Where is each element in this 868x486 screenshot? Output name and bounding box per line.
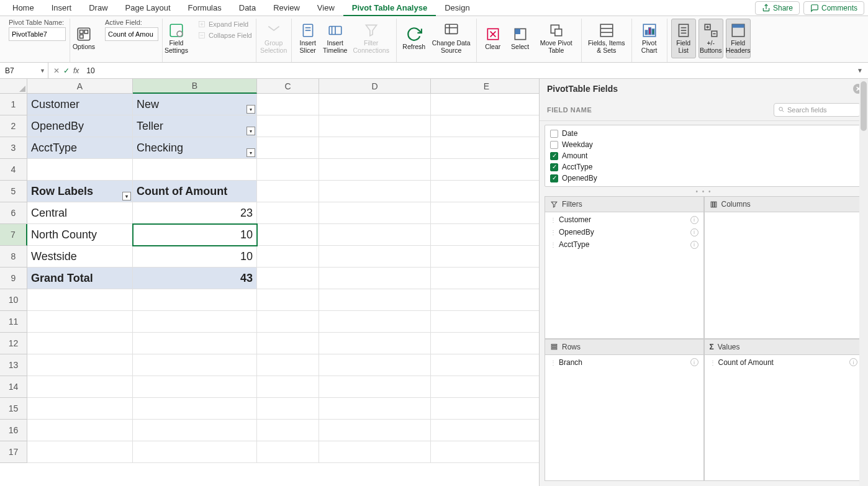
pivot-chart-button[interactable]: Pivot Chart [636,19,663,58]
cell-B17[interactable] [133,441,257,463]
row-header-14[interactable]: 14 [0,376,27,398]
items-sets-button[interactable]: Fields, Items & Sets [585,19,628,58]
cell-D13[interactable] [319,354,431,376]
field-amount[interactable]: Amount [545,150,862,161]
cell-A4[interactable] [27,159,133,181]
cell-A16[interactable] [27,420,133,441]
change-ds-button[interactable]: Change Data Source [430,19,472,58]
cell-E10[interactable] [431,289,539,311]
select-all-corner[interactable] [0,79,27,94]
cell-C15[interactable] [257,398,319,420]
info-icon[interactable]: i [690,241,698,249]
enter-formula-icon[interactable]: ✓ [63,66,70,75]
row-header-9[interactable]: 9 [0,268,27,289]
info-icon[interactable]: i [849,358,857,366]
col-header-C[interactable]: C [257,79,319,94]
col-header-B[interactable]: B [133,79,257,94]
expand-formula-bar-icon[interactable]: ▼ [852,67,868,74]
area-item-accttype[interactable]: ⋮AcctTypei [545,238,703,251]
spreadsheet[interactable]: ABCDE 1234567891011121314151617 Customer… [0,79,539,486]
cell-B9[interactable]: 43 [133,268,257,289]
insert-slicer-button[interactable]: Insert Slicer [296,19,320,58]
cell-E7[interactable] [431,224,539,246]
cell-B8[interactable]: 10 [133,246,257,268]
row-header-4[interactable]: 4 [0,159,27,181]
cell-D8[interactable] [319,246,431,268]
field-checkbox[interactable] [550,174,558,182]
col-header-D[interactable]: D [319,79,431,94]
cancel-formula-icon[interactable]: ✕ [53,66,60,75]
cell-C14[interactable] [257,376,319,398]
cell-E4[interactable] [431,159,539,181]
cell-C7[interactable] [257,224,319,246]
ribbon-tab-insert[interactable]: Insert [43,1,81,15]
formula-input[interactable]: 10 [84,66,852,75]
col-header-E[interactable]: E [431,79,539,94]
field-checkbox[interactable] [550,163,558,171]
cell-D12[interactable] [319,333,431,354]
col-header-A[interactable]: A [27,79,133,94]
cell-B15[interactable] [133,398,257,420]
pane-resize-grip[interactable]: • • • [540,187,868,196]
cell-E11[interactable] [431,311,539,333]
ribbon-tab-data[interactable]: Data [230,1,264,15]
row-header-5[interactable]: 5 [0,181,27,202]
cell-B13[interactable] [133,354,257,376]
row-header-15[interactable]: 15 [0,398,27,420]
cell-B14[interactable] [133,376,257,398]
cell-B16[interactable] [133,420,257,441]
cell-D14[interactable] [319,376,431,398]
cell-C17[interactable] [257,441,319,463]
cell-D9[interactable] [319,268,431,289]
filter-dropdown-icon[interactable]: ▾ [122,192,131,200]
cell-A1[interactable]: Customer [27,94,133,115]
cell-D10[interactable] [319,289,431,311]
select-button[interactable]: Select [508,19,533,58]
info-icon[interactable]: i [690,216,698,224]
filter-dropdown-icon[interactable]: ▾ [246,148,255,157]
pm-buttons-button[interactable]: +/- Buttons [698,19,723,58]
cell-B5[interactable]: Count of Amount [133,181,257,202]
cell-E13[interactable] [431,354,539,376]
cell-E9[interactable] [431,268,539,289]
cell-B12[interactable] [133,333,257,354]
area-item-count-of-amount[interactable]: ⋮Count of Amounti [705,356,863,369]
fx-icon[interactable]: fx [73,66,79,75]
cell-B11[interactable] [133,311,257,333]
row-header-1[interactable]: 1 [0,94,27,115]
share-button[interactable]: Share [755,1,800,15]
row-header-12[interactable]: 12 [0,333,27,354]
cell-D17[interactable] [319,441,431,463]
field-headers-button[interactable]: Field Headers [726,19,751,58]
cell-E16[interactable] [431,420,539,441]
filter-connections-button[interactable]: Filter Connections [350,19,392,58]
cell-B3[interactable]: Checking▾ [133,137,257,159]
cell-E3[interactable] [431,137,539,159]
values-area[interactable]: ΣValues ⋮Count of Amounti [704,339,864,482]
field-checkbox[interactable] [550,141,558,149]
row-header-7[interactable]: 7 [0,224,27,246]
cell-C4[interactable] [257,159,319,181]
field-settings-button[interactable]: Field Settings [163,19,190,58]
cell-A14[interactable] [27,376,133,398]
cell-D2[interactable] [319,115,431,137]
ribbon-tab-design[interactable]: Design [436,1,478,15]
pane-scrollbar[interactable] [859,79,868,486]
cell-E17[interactable] [431,441,539,463]
cell-A15[interactable] [27,398,133,420]
cell-E12[interactable] [431,333,539,354]
area-item-customer[interactable]: ⋮Customeri [545,214,703,226]
cell-C8[interactable] [257,246,319,268]
cell-E5[interactable] [431,181,539,202]
expand-field-button[interactable]: Expand Field [197,19,252,30]
cell-A9[interactable]: Grand Total [27,268,133,289]
cell-A10[interactable] [27,289,133,311]
cell-C9[interactable] [257,268,319,289]
collapse-field-button[interactable]: Collapse Field [197,30,252,41]
cell-C6[interactable] [257,202,319,224]
refresh-button[interactable]: Refresh [400,19,428,58]
cell-E1[interactable] [431,94,539,115]
ribbon-tab-home[interactable]: Home [4,1,43,15]
cell-E14[interactable] [431,376,539,398]
move-pt-button[interactable]: Move Pivot Table [535,19,577,58]
